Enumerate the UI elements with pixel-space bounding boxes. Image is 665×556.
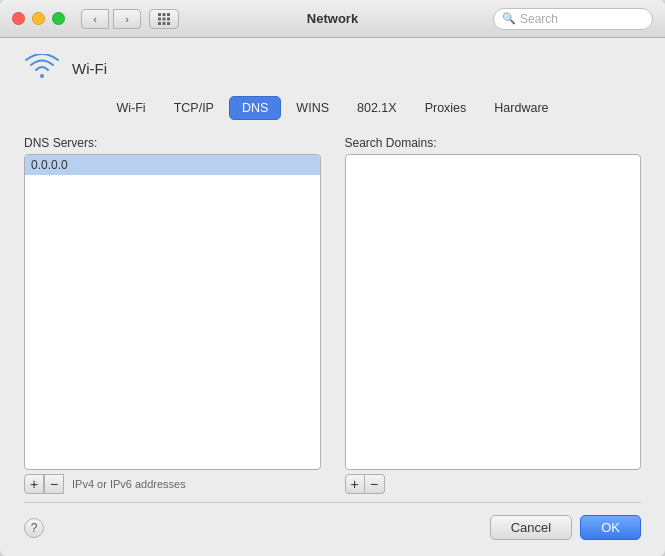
help-button[interactable]: ? (24, 518, 44, 538)
tab-8021x[interactable]: 802.1X (344, 96, 410, 120)
wifi-icon (24, 54, 60, 82)
titlebar: ‹ › Network 🔍 (0, 0, 665, 38)
svg-rect-1 (163, 13, 166, 16)
tab-tcpip[interactable]: TCP/IP (161, 96, 227, 120)
tab-bar: Wi-Fi TCP/IP DNS WINS 802.1X Proxies Har… (24, 96, 641, 120)
close-button[interactable] (12, 12, 25, 25)
wifi-label: Wi-Fi (72, 60, 107, 77)
tab-dns[interactable]: DNS (229, 96, 281, 120)
window: ‹ › Network 🔍 (0, 0, 665, 556)
window-title: Network (307, 11, 358, 26)
svg-rect-4 (163, 17, 166, 20)
maximize-button[interactable] (52, 12, 65, 25)
svg-rect-0 (158, 13, 161, 16)
dns-servers-controls: + − IPv4 or IPv6 addresses (24, 474, 321, 494)
traffic-lights (12, 12, 65, 25)
svg-rect-6 (158, 22, 161, 25)
grid-button[interactable] (149, 9, 179, 29)
tab-proxies[interactable]: Proxies (412, 96, 480, 120)
ok-button[interactable]: OK (580, 515, 641, 540)
search-input[interactable] (520, 12, 644, 26)
svg-point-9 (40, 74, 44, 78)
domain-remove-button[interactable]: − (365, 474, 385, 494)
search-domains-controls: + − (345, 474, 642, 494)
dns-servers-list[interactable]: 0.0.0.0 (24, 154, 321, 470)
dns-servers-section: DNS Servers: 0.0.0.0 + − IPv4 or IPv6 ad… (24, 136, 321, 494)
search-icon: 🔍 (502, 12, 516, 25)
back-button[interactable]: ‹ (81, 9, 109, 29)
nav-buttons: ‹ › (81, 9, 141, 29)
wifi-header: Wi-Fi (24, 54, 641, 82)
search-domains-list[interactable] (345, 154, 642, 470)
svg-rect-8 (167, 22, 170, 25)
svg-rect-3 (158, 17, 161, 20)
search-domains-section: Search Domains: + − (345, 136, 642, 494)
cancel-button[interactable]: Cancel (490, 515, 572, 540)
svg-rect-7 (163, 22, 166, 25)
content: Wi-Fi Wi-Fi TCP/IP DNS WINS 802.1X Proxi… (0, 38, 665, 556)
dns-add-button[interactable]: + (24, 474, 44, 494)
svg-rect-2 (167, 13, 170, 16)
minimize-button[interactable] (32, 12, 45, 25)
dns-servers-label: DNS Servers: (24, 136, 321, 150)
dns-server-item[interactable]: 0.0.0.0 (25, 155, 320, 175)
dns-remove-button[interactable]: − (44, 474, 64, 494)
svg-rect-5 (167, 17, 170, 20)
tab-hardware[interactable]: Hardware (481, 96, 561, 120)
ipv-hint: IPv4 or IPv6 addresses (72, 478, 186, 490)
tab-wins[interactable]: WINS (283, 96, 342, 120)
bottom-bar: ? Cancel OK (24, 502, 641, 540)
domain-add-button[interactable]: + (345, 474, 365, 494)
search-box[interactable]: 🔍 (493, 8, 653, 30)
search-domains-label: Search Domains: (345, 136, 642, 150)
main-panel: DNS Servers: 0.0.0.0 + − IPv4 or IPv6 ad… (24, 136, 641, 494)
forward-button[interactable]: › (113, 9, 141, 29)
tab-wifi[interactable]: Wi-Fi (104, 96, 159, 120)
